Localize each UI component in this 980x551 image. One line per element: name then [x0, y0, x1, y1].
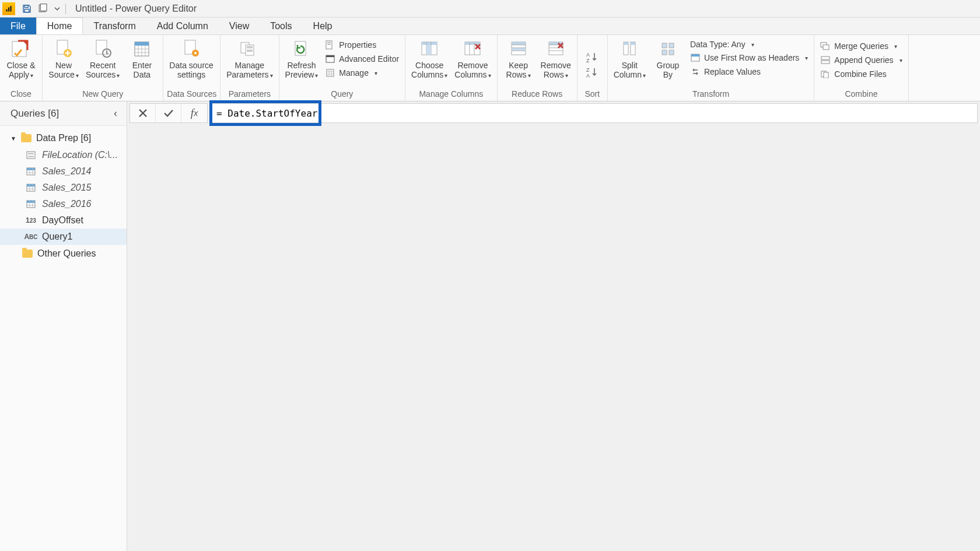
append-queries-label: Append Queries [834, 55, 893, 65]
query-item-sales-2014[interactable]: Sales_2014 [0, 163, 127, 180]
manage-button[interactable]: Manage▾ [323, 66, 401, 79]
formula-bar-buttons: fx [130, 103, 208, 123]
sort-desc-button[interactable]: ZA [585, 66, 599, 79]
close-apply-button[interactable]: Close & Apply▾ [4, 37, 38, 80]
svg-rect-29 [422, 42, 437, 45]
ribbon-group-manage-columns: Choose Columns▾ Remove Columns▾ Manage C… [405, 35, 498, 101]
properties-button[interactable]: Properties [323, 38, 401, 51]
undo-icon[interactable] [36, 2, 50, 16]
remove-columns-button[interactable]: Remove Columns▾ [452, 37, 493, 80]
tab-home[interactable]: Home [36, 17, 83, 34]
table-icon [26, 183, 36, 192]
svg-rect-10 [96, 40, 107, 54]
query-group-data-prep[interactable]: ▼ Data Prep [6] [0, 129, 127, 147]
refresh-preview-button[interactable]: Refresh Preview▾ [283, 37, 321, 80]
tab-add-column[interactable]: Add Column [146, 17, 219, 34]
recent-sources-icon [91, 38, 114, 59]
first-row-headers-label: Use First Row as Headers [704, 53, 799, 62]
svg-rect-23 [327, 42, 331, 43]
ribbon-group-new-query: New Source▾ Recent Sources▾ Enter Data N… [43, 35, 163, 101]
merge-queries-button[interactable]: Merge Queries▾ [818, 40, 904, 52]
svg-rect-35 [512, 48, 526, 51]
query-item-label: DayOffset [42, 215, 83, 226]
check-icon [163, 108, 174, 118]
append-queries-button[interactable]: Append Queries▾ [818, 54, 904, 66]
query-item-label: FileLocation (C:\... [42, 150, 118, 160]
query-item-label: Sales_2016 [42, 199, 92, 209]
remove-columns-icon [461, 38, 484, 59]
queries-pane-title: Queries [6] [10, 108, 59, 120]
new-source-icon [52, 38, 75, 59]
sort-asc-button[interactable]: AZ [585, 51, 599, 64]
data-source-settings-button[interactable]: Data source settings [167, 37, 215, 80]
query-group-other[interactable]: Other Queries [0, 245, 127, 262]
query-item-label: Sales_2015 [42, 183, 92, 193]
window-title: Untitled - Power Query Editor [75, 3, 197, 14]
merge-queries-label: Merge Queries [834, 41, 888, 51]
query-item-sales-2016[interactable]: Sales_2016 [0, 196, 127, 212]
advanced-editor-button[interactable]: Advanced Editor [323, 52, 401, 65]
qat-dropdown-icon[interactable] [52, 2, 62, 16]
svg-rect-57 [824, 72, 828, 78]
remove-rows-button[interactable]: Remove Rows▾ [538, 37, 573, 80]
svg-text:Z: Z [586, 58, 590, 64]
group-by-button[interactable]: Group By [650, 37, 685, 80]
split-column-button[interactable]: Split Column▾ [611, 37, 648, 80]
svg-rect-34 [512, 42, 526, 45]
query-item-query1[interactable]: ABC Query1 [0, 229, 127, 245]
formula-input[interactable] [212, 108, 977, 119]
svg-rect-59 [28, 153, 34, 155]
formula-input-wrap[interactable] [211, 103, 978, 123]
cancel-formula-button[interactable] [130, 104, 156, 122]
recent-sources-button[interactable]: Recent Sources▾ [83, 37, 122, 80]
table-icon [26, 167, 36, 176]
svg-text:A: A [586, 73, 590, 79]
recent-sources-label: Recent Sources▾ [86, 61, 120, 79]
enter-data-label: Enter Data [132, 61, 152, 79]
save-icon[interactable] [20, 2, 34, 16]
fx-button[interactable]: fx [181, 104, 207, 122]
queries-pane-header: Queries [6] ‹ [0, 101, 127, 126]
separator [65, 3, 66, 14]
advanced-editor-icon [325, 54, 335, 64]
svg-rect-6 [41, 3, 47, 10]
svg-rect-44 [624, 42, 628, 45]
x-icon [138, 108, 148, 118]
tab-tools[interactable]: Tools [260, 17, 302, 34]
choose-columns-button[interactable]: Choose Columns▾ [409, 37, 450, 80]
svg-rect-51 [691, 54, 699, 57]
query-item-sales-2015[interactable]: Sales_2015 [0, 180, 127, 196]
tab-file[interactable]: File [0, 17, 36, 34]
svg-text:Z: Z [586, 67, 590, 73]
collapse-pane-icon[interactable]: ‹ [110, 107, 121, 120]
tab-transform[interactable]: Transform [83, 17, 146, 34]
commit-formula-button[interactable] [156, 104, 181, 122]
query-item-filelocation[interactable]: FileLocation (C:\... [0, 147, 127, 163]
properties-label: Properties [339, 40, 376, 50]
tab-help[interactable]: Help [303, 17, 343, 34]
table-icon [26, 199, 36, 209]
properties-icon [325, 40, 335, 50]
title-bar: Untitled - Power Query Editor [0, 0, 980, 17]
query-item-dayoffset[interactable]: 123 DayOffset [0, 212, 127, 229]
new-source-button[interactable]: New Source▾ [46, 37, 81, 80]
svg-rect-32 [465, 42, 480, 45]
keep-rows-button[interactable]: Keep Rows▾ [501, 37, 536, 80]
parameters-icon [238, 38, 261, 59]
caret-down-icon: ▼ [10, 135, 16, 142]
replace-values-button[interactable]: Replace Values [688, 65, 810, 78]
replace-values-label: Replace Values [704, 67, 761, 76]
combine-files-button[interactable]: Combine Files [818, 68, 904, 80]
svg-rect-30 [426, 45, 431, 55]
number-icon: 123 [26, 216, 36, 225]
data-type-button[interactable]: Data Type: Any▾ [688, 38, 810, 50]
svg-rect-45 [631, 42, 635, 45]
app-icon [2, 2, 15, 15]
svg-rect-62 [27, 168, 35, 170]
group-label-data-sources: Data Sources [167, 88, 216, 101]
manage-parameters-button[interactable]: Manage Parameters▾ [224, 37, 275, 80]
tab-view[interactable]: View [219, 17, 260, 34]
svg-rect-47 [669, 43, 674, 48]
enter-data-button[interactable]: Enter Data [124, 37, 159, 80]
first-row-headers-button[interactable]: Use First Row as Headers▾ [688, 51, 810, 64]
